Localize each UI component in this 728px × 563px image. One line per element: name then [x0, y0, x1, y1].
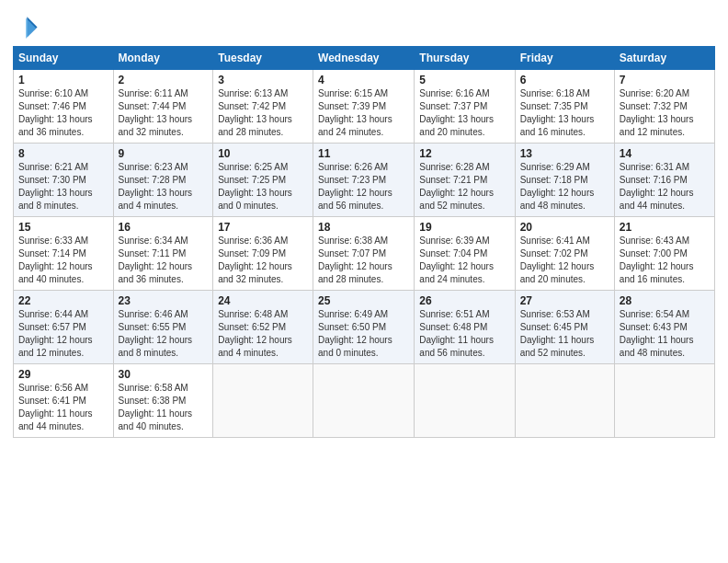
calendar-cell: 21Sunrise: 6:43 AM Sunset: 7:00 PM Dayli…: [614, 217, 714, 291]
day-number: 27: [520, 294, 609, 307]
day-info: Sunrise: 6:18 AM Sunset: 7:35 PM Dayligh…: [520, 87, 609, 139]
calendar-cell: 6Sunrise: 6:18 AM Sunset: 7:35 PM Daylig…: [515, 70, 614, 144]
calendar-cell: [313, 364, 415, 438]
day-info: Sunrise: 6:43 AM Sunset: 7:00 PM Dayligh…: [620, 235, 710, 286]
calendar-cell: 17Sunrise: 6:36 AM Sunset: 7:09 PM Dayli…: [213, 217, 313, 291]
calendar-cell: 19Sunrise: 6:39 AM Sunset: 7:04 PM Dayli…: [415, 217, 515, 291]
day-info: Sunrise: 6:34 AM Sunset: 7:11 PM Dayligh…: [119, 235, 209, 286]
calendar-day-header: Wednesday: [313, 47, 415, 70]
day-info: Sunrise: 6:36 AM Sunset: 7:09 PM Dayligh…: [218, 235, 308, 286]
day-number: 21: [620, 221, 710, 234]
day-info: Sunrise: 6:58 AM Sunset: 6:38 PM Dayligh…: [119, 382, 209, 433]
day-number: 18: [318, 221, 409, 234]
logo: [13, 13, 40, 39]
calendar-cell: 14Sunrise: 6:31 AM Sunset: 7:16 PM Dayli…: [614, 144, 714, 217]
day-number: 23: [119, 294, 209, 307]
day-info: Sunrise: 6:51 AM Sunset: 6:48 PM Dayligh…: [419, 308, 509, 360]
day-number: 14: [620, 147, 710, 160]
calendar-cell: [415, 364, 515, 438]
calendar-cell: 1Sunrise: 6:10 AM Sunset: 7:46 PM Daylig…: [14, 70, 114, 144]
calendar-cell: 23Sunrise: 6:46 AM Sunset: 6:55 PM Dayli…: [113, 291, 213, 364]
calendar-cell: [515, 364, 614, 438]
day-info: Sunrise: 6:39 AM Sunset: 7:04 PM Dayligh…: [419, 235, 509, 286]
day-number: 16: [119, 221, 209, 234]
day-info: Sunrise: 6:56 AM Sunset: 6:41 PM Dayligh…: [18, 382, 108, 433]
day-number: 8: [18, 147, 108, 160]
day-number: 17: [218, 221, 308, 234]
day-number: 24: [218, 294, 308, 307]
day-info: Sunrise: 6:28 AM Sunset: 7:21 PM Dayligh…: [419, 161, 509, 213]
day-number: 11: [318, 147, 409, 160]
day-number: 1: [18, 74, 108, 86]
day-number: 10: [218, 147, 308, 160]
calendar-cell: 13Sunrise: 6:29 AM Sunset: 7:18 PM Dayli…: [515, 144, 614, 217]
calendar-cell: 18Sunrise: 6:38 AM Sunset: 7:07 PM Dayli…: [313, 217, 415, 291]
day-number: 6: [520, 74, 609, 86]
calendar-day-header: Thursday: [415, 47, 515, 70]
calendar-cell: 30Sunrise: 6:58 AM Sunset: 6:38 PM Dayli…: [113, 364, 213, 438]
logo-icon: [13, 13, 39, 39]
day-number: 5: [419, 74, 509, 86]
calendar-cell: 2Sunrise: 6:11 AM Sunset: 7:44 PM Daylig…: [113, 70, 213, 144]
day-info: Sunrise: 6:48 AM Sunset: 6:52 PM Dayligh…: [218, 308, 308, 360]
day-number: 3: [218, 74, 308, 86]
calendar-cell: 25Sunrise: 6:49 AM Sunset: 6:50 PM Dayli…: [313, 291, 415, 364]
day-number: 19: [419, 221, 509, 234]
calendar-cell: 8Sunrise: 6:21 AM Sunset: 7:30 PM Daylig…: [14, 144, 114, 217]
day-info: Sunrise: 6:23 AM Sunset: 7:28 PM Dayligh…: [119, 161, 209, 213]
calendar-cell: 27Sunrise: 6:53 AM Sunset: 6:45 PM Dayli…: [515, 291, 614, 364]
day-info: Sunrise: 6:54 AM Sunset: 6:43 PM Dayligh…: [620, 308, 710, 360]
calendar-cell: [213, 364, 313, 438]
calendar-cell: 4Sunrise: 6:15 AM Sunset: 7:39 PM Daylig…: [313, 70, 415, 144]
header: [13, 9, 715, 39]
day-number: 25: [318, 294, 409, 307]
calendar-day-header: Monday: [113, 47, 213, 70]
day-info: Sunrise: 6:53 AM Sunset: 6:45 PM Dayligh…: [520, 308, 609, 360]
calendar-cell: 3Sunrise: 6:13 AM Sunset: 7:42 PM Daylig…: [213, 70, 313, 144]
calendar-cell: 9Sunrise: 6:23 AM Sunset: 7:28 PM Daylig…: [113, 144, 213, 217]
day-info: Sunrise: 6:46 AM Sunset: 6:55 PM Dayligh…: [119, 308, 209, 360]
day-number: 20: [520, 221, 609, 234]
day-info: Sunrise: 6:10 AM Sunset: 7:46 PM Dayligh…: [18, 87, 108, 139]
calendar-cell: 20Sunrise: 6:41 AM Sunset: 7:02 PM Dayli…: [515, 217, 614, 291]
day-info: Sunrise: 6:49 AM Sunset: 6:50 PM Dayligh…: [318, 308, 409, 360]
calendar-cell: [614, 364, 714, 438]
day-number: 12: [419, 147, 509, 160]
calendar-cell: 11Sunrise: 6:26 AM Sunset: 7:23 PM Dayli…: [313, 144, 415, 217]
calendar-cell: 28Sunrise: 6:54 AM Sunset: 6:43 PM Dayli…: [614, 291, 714, 364]
calendar-cell: 22Sunrise: 6:44 AM Sunset: 6:57 PM Dayli…: [14, 291, 114, 364]
calendar-cell: 16Sunrise: 6:34 AM Sunset: 7:11 PM Dayli…: [113, 217, 213, 291]
calendar-week-row: 8Sunrise: 6:21 AM Sunset: 7:30 PM Daylig…: [14, 144, 715, 217]
day-info: Sunrise: 6:13 AM Sunset: 7:42 PM Dayligh…: [218, 87, 308, 139]
calendar-cell: 15Sunrise: 6:33 AM Sunset: 7:14 PM Dayli…: [14, 217, 114, 291]
day-info: Sunrise: 6:11 AM Sunset: 7:44 PM Dayligh…: [119, 87, 209, 139]
calendar-week-row: 22Sunrise: 6:44 AM Sunset: 6:57 PM Dayli…: [14, 291, 715, 364]
calendar-day-header: Sunday: [14, 47, 114, 70]
day-info: Sunrise: 6:41 AM Sunset: 7:02 PM Dayligh…: [520, 235, 609, 286]
day-info: Sunrise: 6:31 AM Sunset: 7:16 PM Dayligh…: [620, 161, 710, 213]
calendar-cell: 10Sunrise: 6:25 AM Sunset: 7:25 PM Dayli…: [213, 144, 313, 217]
day-number: 28: [620, 294, 710, 307]
calendar-cell: 24Sunrise: 6:48 AM Sunset: 6:52 PM Dayli…: [213, 291, 313, 364]
day-number: 15: [18, 221, 108, 234]
day-info: Sunrise: 6:20 AM Sunset: 7:32 PM Dayligh…: [620, 87, 710, 139]
day-info: Sunrise: 6:15 AM Sunset: 7:39 PM Dayligh…: [318, 87, 409, 139]
day-info: Sunrise: 6:21 AM Sunset: 7:30 PM Dayligh…: [18, 161, 108, 213]
day-number: 30: [119, 368, 209, 381]
day-number: 29: [18, 368, 108, 381]
calendar-day-header: Tuesday: [213, 47, 313, 70]
day-info: Sunrise: 6:25 AM Sunset: 7:25 PM Dayligh…: [218, 161, 308, 213]
day-info: Sunrise: 6:38 AM Sunset: 7:07 PM Dayligh…: [318, 235, 409, 286]
day-number: 22: [18, 294, 108, 307]
calendar-week-row: 1Sunrise: 6:10 AM Sunset: 7:46 PM Daylig…: [14, 70, 715, 144]
day-number: 2: [119, 74, 209, 86]
calendar-cell: 5Sunrise: 6:16 AM Sunset: 7:37 PM Daylig…: [415, 70, 515, 144]
day-info: Sunrise: 6:26 AM Sunset: 7:23 PM Dayligh…: [318, 161, 409, 213]
day-number: 4: [318, 74, 409, 86]
calendar-day-header: Friday: [515, 47, 614, 70]
calendar-week-row: 29Sunrise: 6:56 AM Sunset: 6:41 PM Dayli…: [14, 364, 715, 438]
day-info: Sunrise: 6:29 AM Sunset: 7:18 PM Dayligh…: [520, 161, 609, 213]
day-number: 9: [119, 147, 209, 160]
calendar-cell: 7Sunrise: 6:20 AM Sunset: 7:32 PM Daylig…: [614, 70, 714, 144]
day-info: Sunrise: 6:44 AM Sunset: 6:57 PM Dayligh…: [18, 308, 108, 360]
